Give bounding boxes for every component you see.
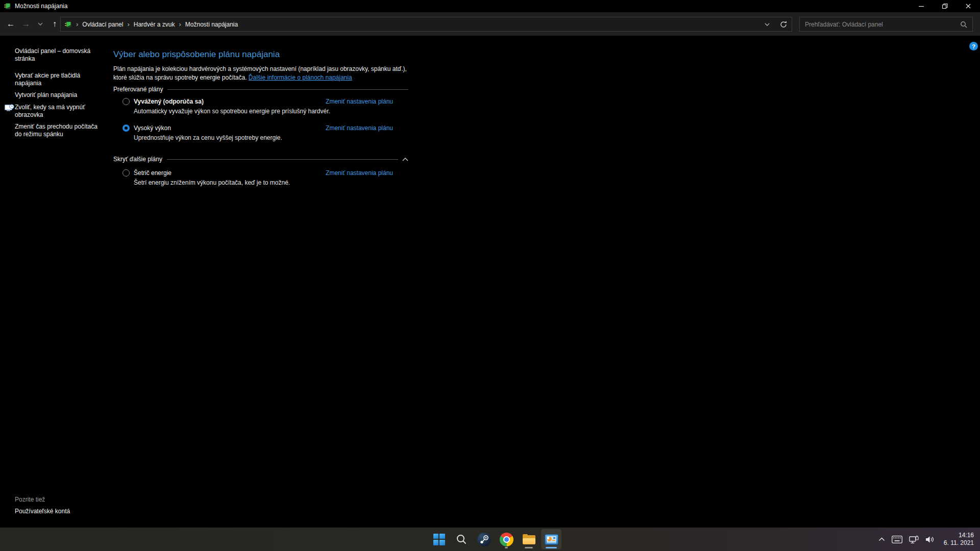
plan-row-high-performance: Vysoký výkon Zmeniť nastavenia plánu (113, 124, 408, 133)
breadcrumb-separator: › (123, 20, 133, 28)
sidebar-item-user-accounts[interactable]: Používateľské kontá (15, 508, 103, 515)
plan-description-high-performance: Uprednostňuje výkon za cenu vyššej spotr… (134, 134, 282, 141)
sidebar-item-sleep-time[interactable]: Zmeniť čas prechodu počítača do režimu s… (15, 123, 103, 138)
clock-time: 14:16 (944, 532, 974, 539)
file-explorer-icon (523, 534, 535, 544)
page-title: Výber alebo prispôsobenie plánu napájani… (113, 49, 280, 60)
taskbar-search-button[interactable] (451, 529, 472, 549)
sidebar-item-power-button-actions[interactable]: Vybrať akcie pre tlačidlá napájania (15, 72, 103, 87)
taskbar-clock[interactable]: 14:16 6. 11. 2021 (944, 532, 974, 547)
breadcrumb-control-panel[interactable]: Ovládací panel (82, 21, 123, 28)
navigation-bar: ← → ↑ › Ovládací panel › Hardvér a zvuk … (0, 12, 980, 36)
collapse-chevron-up-icon[interactable] (402, 158, 408, 161)
plan-description-power-saver: Šetrí energiu znížením výkonu počítača, … (134, 179, 290, 186)
group-header-preferred-plans: Preferované plány (113, 86, 408, 93)
display-clock-icon (5, 104, 14, 113)
steam-icon (477, 533, 491, 546)
volume-icon[interactable] (925, 536, 935, 543)
forward-button[interactable]: → (18, 16, 34, 32)
steam-button[interactable] (474, 529, 494, 549)
system-tray: 14:16 6. 11. 2021 (878, 528, 980, 551)
search-box[interactable] (799, 17, 973, 32)
plan-name-power-saver[interactable]: Šetrič energie (134, 169, 172, 177)
window-title: Možnosti napájania (15, 3, 67, 10)
search-icon (456, 534, 467, 545)
address-bar[interactable]: › Ovládací panel › Hardvér a zvuk › Možn… (60, 17, 792, 32)
touch-keyboard-icon[interactable] (892, 536, 902, 543)
change-plan-settings-link-power-saver[interactable]: Zmeniť nastavenia plánu (326, 169, 393, 177)
plan-name-high-performance[interactable]: Vysoký výkon (134, 124, 171, 132)
address-dropdown-chevron-icon[interactable] (759, 17, 775, 31)
control-panel-icon (545, 534, 558, 545)
search-icon[interactable] (960, 21, 967, 28)
sidebar-item-control-panel-home[interactable]: Ovládací panel – domovská stránka (15, 47, 103, 63)
plan-name-balanced[interactable]: Vyvážený (odporúča sa) (134, 98, 204, 105)
sidebar-item-display-off-time[interactable]: Zvoliť, kedy sa má vypnúť obrazovka (15, 104, 103, 119)
breadcrumb-separator: › (72, 20, 82, 28)
more-info-link[interactable]: Ďalšie informácie o plánoch napájania (249, 74, 352, 81)
minimize-button[interactable] (910, 0, 933, 12)
power-options-location-icon (65, 21, 72, 28)
group-divider (167, 89, 408, 90)
restore-button[interactable] (933, 0, 957, 12)
chrome-icon (500, 533, 513, 546)
group-divider (167, 159, 398, 160)
recent-locations-chevron-icon[interactable] (34, 16, 47, 32)
chrome-button[interactable] (496, 529, 517, 549)
window-content: ? Ovládací panel – domovská stránka Vybr… (0, 36, 980, 528)
change-plan-settings-link-high-performance[interactable]: Zmeniť nastavenia plánu (326, 124, 393, 132)
radio-power-saver[interactable] (122, 169, 130, 177)
network-ethernet-icon[interactable] (909, 535, 919, 544)
clock-date: 6. 11. 2021 (944, 539, 974, 547)
intro-text: Plán napájania je kolekciou hardvérových… (113, 65, 420, 82)
power-options-taskbar-button[interactable] (541, 529, 561, 549)
title-bar: Možnosti napájania (0, 0, 980, 12)
group-label: Preferované plány (113, 86, 163, 93)
tray-chevron-up-icon[interactable] (878, 537, 885, 541)
running-indicator (525, 547, 533, 548)
active-indicator (546, 547, 557, 548)
windows-logo-icon (433, 534, 445, 545)
close-button[interactable] (957, 0, 980, 12)
sidebar: Ovládací panel – domovská stránka Vybrať… (0, 36, 110, 528)
back-button[interactable]: ← (3, 16, 18, 32)
breadcrumb-power-options[interactable]: Možnosti napájania (185, 21, 238, 28)
start-button[interactable] (429, 529, 449, 549)
sidebar-item-create-power-plan[interactable]: Vytvoriť plán napájania (15, 91, 103, 99)
plan-description-balanced: Automaticky vyvažuje výkon so spotrebou … (134, 108, 330, 115)
group-label: Skryť ďalšie plány (113, 156, 162, 163)
file-explorer-button[interactable] (519, 529, 539, 549)
group-header-hide-additional-plans: Skryť ďalšie plány (113, 156, 408, 163)
plan-row-balanced: Vyvážený (odporúča sa) Zmeniť nastavenia… (113, 98, 408, 106)
taskbar: 14:16 6. 11. 2021 (0, 528, 980, 551)
help-button[interactable]: ? (969, 42, 978, 51)
radio-balanced[interactable] (122, 98, 130, 105)
breadcrumb-separator: › (175, 20, 185, 28)
breadcrumb-hardware-sound[interactable]: Hardvér a zvuk (134, 21, 175, 28)
search-input[interactable] (800, 21, 960, 28)
refresh-icon[interactable] (775, 17, 792, 31)
see-also-header: Pozrite tiež (15, 496, 45, 503)
radio-high-performance[interactable] (122, 124, 130, 132)
change-plan-settings-link-balanced[interactable]: Zmeniť nastavenia plánu (326, 98, 393, 105)
running-indicator (505, 547, 508, 548)
plan-row-power-saver: Šetrič energie Zmeniť nastavenia plánu (113, 169, 408, 178)
power-options-app-icon (4, 3, 11, 10)
